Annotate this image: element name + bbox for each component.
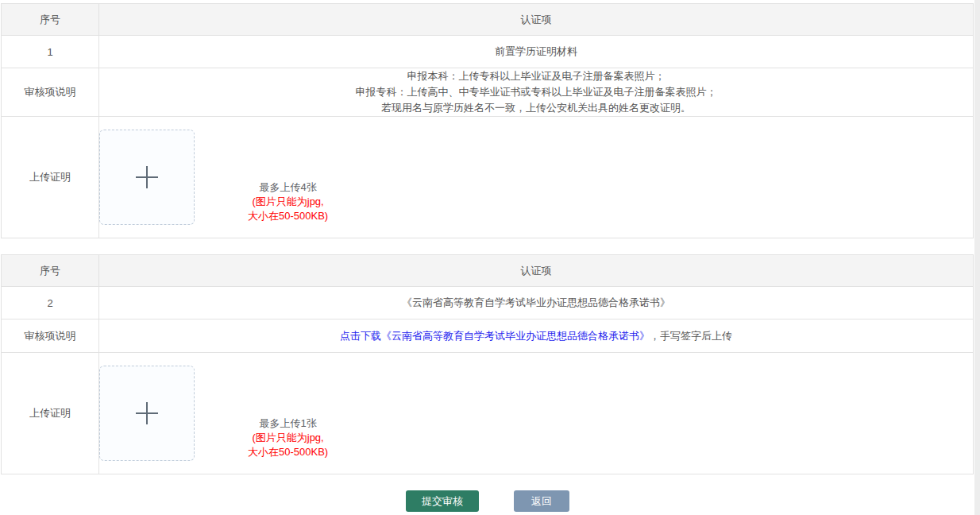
action-bar: 提交审核 返回 xyxy=(1,490,974,512)
col-header-index: 序号 xyxy=(2,255,99,287)
col-header-index: 序号 xyxy=(2,4,99,36)
plus-icon xyxy=(136,166,158,188)
scrollbar-track[interactable] xyxy=(974,0,980,515)
download-link-suffix: ，手写签字后上传 xyxy=(650,330,732,342)
row-label-upload: 上传证明 xyxy=(2,117,99,238)
submit-button[interactable]: 提交审核 xyxy=(406,490,479,512)
row-index-value: 2 xyxy=(2,287,99,319)
description-line: 申报专科：上传高中、中专毕业证书或专科以上毕业证及电子注册备案表照片； xyxy=(99,84,973,100)
row-label-upload: 上传证明 xyxy=(2,353,99,474)
description-line: 申报本科：上传专科以上毕业证及电子注册备案表照片； xyxy=(99,68,973,84)
cert-item-name: 前置学历证明材料 xyxy=(99,36,974,68)
upload-dropzone[interactable] xyxy=(99,366,195,461)
description-line: 若现用名与原学历姓名不一致，上传公安机关出具的姓名更改证明。 xyxy=(99,100,973,116)
row-label-review-desc: 审核项说明 xyxy=(2,68,99,117)
upload-dropzone[interactable] xyxy=(99,130,195,225)
row-label-review-desc: 审核项说明 xyxy=(2,319,99,353)
page: 序号 认证项 1 前置学历证明材料 审核项说明 申报本科：上传专科以上毕业证及电… xyxy=(0,0,980,515)
cert-table-1: 序号 认证项 1 前置学历证明材料 审核项说明 申报本科：上传专科以上毕业证及电… xyxy=(1,3,974,238)
upload-hint: 最多上传1张 xyxy=(248,416,328,431)
cert-table-2: 序号 认证项 2 《云南省高等教育自学考试毕业办证思想品德合格承诺书》 审核项说… xyxy=(1,254,974,474)
row-index-value: 1 xyxy=(2,36,99,68)
col-header-cert-item: 认证项 xyxy=(99,4,974,36)
upload-restriction-size: 大小在50-500KB) xyxy=(248,209,328,223)
col-header-cert-item: 认证项 xyxy=(99,255,974,287)
upload-hint-block: 最多上传1张 (图片只能为jpg, 大小在50-500KB) xyxy=(248,416,328,461)
plus-icon xyxy=(136,402,158,424)
upload-area: 最多上传4张 (图片只能为jpg, 大小在50-500KB) xyxy=(99,130,973,225)
upload-restriction-format: (图片只能为jpg, xyxy=(248,431,328,445)
upload-restriction-format: (图片只能为jpg, xyxy=(248,195,328,209)
upload-area: 最多上传1张 (图片只能为jpg, 大小在50-500KB) xyxy=(99,366,973,461)
content: 序号 认证项 1 前置学历证明材料 审核项说明 申报本科：上传专科以上毕业证及电… xyxy=(1,3,974,512)
upload-restriction-size: 大小在50-500KB) xyxy=(248,445,328,459)
upload-hint-block: 最多上传4张 (图片只能为jpg, 大小在50-500KB) xyxy=(248,180,328,225)
download-link[interactable]: 点击下载《云南省高等教育自学考试毕业办证思想品德合格承诺书》 xyxy=(340,330,650,342)
cert-item-name: 《云南省高等教育自学考试毕业办证思想品德合格承诺书》 xyxy=(99,287,974,319)
upload-hint: 最多上传4张 xyxy=(248,180,328,195)
back-button[interactable]: 返回 xyxy=(514,490,569,512)
